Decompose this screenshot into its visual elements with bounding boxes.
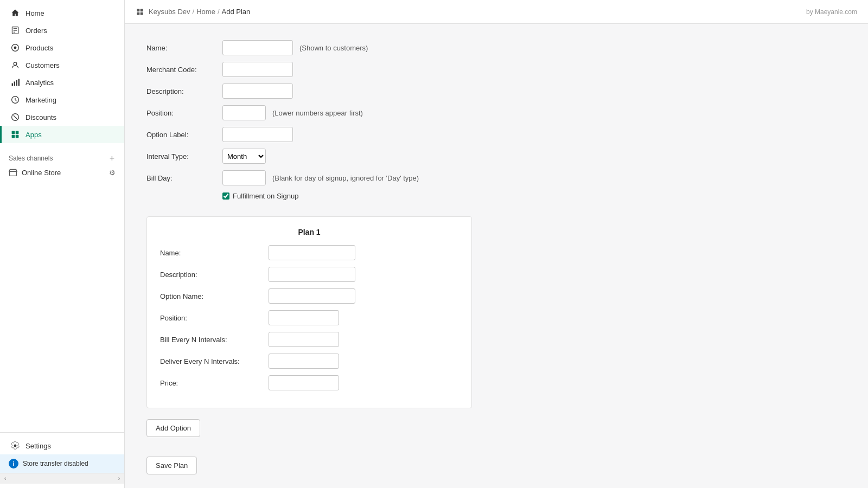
plan1-option-name-row: Option Name:	[160, 288, 458, 304]
scroll-right-button[interactable]: ›	[118, 476, 120, 481]
description-label: Description:	[146, 87, 222, 95]
plan1-price-input[interactable]	[269, 375, 339, 390]
sidebar-item-orders[interactable]: Orders	[0, 22, 124, 39]
sidebar: Home Orders Products Customers	[0, 0, 125, 488]
breadcrumb-current: Add Plan	[222, 8, 251, 16]
svg-rect-8	[14, 81, 15, 86]
content-area: Name: (Shown to customers) Merchant Code…	[125, 24, 868, 488]
home-icon	[10, 8, 20, 18]
bill-day-input[interactable]	[222, 170, 266, 185]
apps-icon	[10, 130, 20, 139]
svg-rect-21	[141, 9, 143, 11]
fulfillment-checkbox[interactable]	[222, 192, 229, 200]
by-text: by Maeyanie.com	[806, 8, 857, 16]
plan1-deliver-every-input[interactable]	[269, 354, 339, 369]
sidebar-item-settings[interactable]: Settings	[0, 437, 124, 454]
sidebar-item-products[interactable]: Products	[0, 39, 124, 56]
marketing-icon	[10, 95, 20, 105]
svg-point-14	[16, 118, 17, 119]
save-plan-button[interactable]: Save Plan	[146, 457, 197, 474]
svg-rect-16	[16, 131, 19, 134]
svg-rect-15	[12, 131, 15, 134]
description-input[interactable]	[222, 84, 293, 99]
position-hint: (Lower numbers appear first)	[272, 109, 363, 117]
plan1-name-input[interactable]	[269, 245, 355, 260]
plan1-bill-every-row: Bill Every N Intervals:	[160, 332, 458, 347]
plan1-option-name-input[interactable]	[269, 288, 355, 304]
svg-rect-20	[137, 9, 139, 11]
plan1-description-input[interactable]	[269, 267, 355, 282]
svg-rect-23	[141, 12, 143, 15]
add-sales-channel-button[interactable]: +	[108, 154, 116, 163]
sidebar-label-orders: Orders	[25, 27, 47, 35]
svg-point-5	[14, 47, 17, 49]
sidebar-item-customers[interactable]: Customers	[0, 56, 124, 74]
position-label: Position:	[146, 109, 222, 117]
discounts-icon	[10, 112, 20, 122]
plan1-price-label: Price:	[160, 379, 269, 387]
plan1-position-input[interactable]	[269, 310, 339, 325]
name-input[interactable]	[222, 40, 293, 55]
name-row: Name: (Shown to customers)	[146, 40, 846, 55]
customers-icon	[10, 60, 20, 70]
option-label-input[interactable]	[222, 127, 293, 142]
plan1-bill-every-label: Bill Every N Intervals:	[160, 336, 269, 344]
svg-rect-7	[12, 84, 13, 86]
analytics-icon	[10, 78, 20, 87]
plan1-bill-every-input[interactable]	[269, 332, 339, 347]
store-transfer-banner: i Store transfer disabled	[0, 454, 124, 473]
plan1-deliver-every-label: Deliver Every N Intervals:	[160, 357, 269, 365]
svg-rect-17	[12, 135, 15, 138]
sidebar-item-home[interactable]: Home	[0, 4, 124, 22]
plan1-name-row: Name:	[160, 245, 458, 260]
sidebar-item-analytics[interactable]: Analytics	[0, 74, 124, 91]
products-icon	[10, 43, 20, 53]
plan1-option-name-label: Option Name:	[160, 292, 269, 300]
sidebar-item-apps[interactable]: Apps	[0, 126, 124, 143]
name-hint: (Shown to customers)	[299, 44, 368, 52]
breadcrumb-sep2: /	[218, 8, 220, 16]
store-icon	[9, 168, 17, 177]
breadcrumb-apps-icon	[136, 8, 144, 16]
orders-icon	[10, 25, 20, 35]
breadcrumb-sep1: /	[193, 8, 195, 16]
info-icon: i	[9, 459, 18, 468]
bill-day-row: Bill Day: (Blank for day of signup, igno…	[146, 170, 846, 185]
sidebar-label-discounts: Discounts	[25, 113, 56, 121]
plan1-description-row: Description:	[160, 267, 458, 282]
online-store-channel[interactable]: Online Store ⚙	[0, 165, 124, 180]
svg-point-6	[14, 62, 17, 66]
interval-type-select[interactable]: Day Week Month Year	[222, 149, 266, 164]
plan1-price-row: Price:	[160, 375, 458, 390]
description-row: Description:	[146, 84, 846, 99]
bill-day-label: Bill Day:	[146, 174, 222, 182]
sidebar-label-analytics: Analytics	[25, 79, 54, 87]
sidebar-label-marketing: Marketing	[25, 96, 56, 104]
sidebar-item-marketing[interactable]: Marketing	[0, 91, 124, 108]
interval-type-label: Interval Type:	[146, 152, 222, 160]
settings-icon-small[interactable]: ⚙	[109, 169, 116, 177]
sidebar-label-customers: Customers	[25, 61, 60, 69]
sidebar-scroll: Home Orders Products Customers	[0, 0, 124, 432]
position-row: Position: (Lower numbers appear first)	[146, 105, 846, 120]
sidebar-nav: Home Orders Products Customers	[0, 0, 124, 147]
add-option-button[interactable]: Add Option	[146, 419, 200, 437]
merchant-code-row: Merchant Code:	[146, 62, 846, 77]
plan1-position-label: Position:	[160, 314, 269, 322]
merchant-code-input[interactable]	[222, 62, 293, 77]
position-input[interactable]	[222, 105, 266, 120]
svg-point-13	[14, 115, 15, 117]
sidebar-item-discounts[interactable]: Discounts	[0, 108, 124, 126]
plan1-position-row: Position:	[160, 310, 458, 325]
plan1-description-label: Description:	[160, 271, 269, 279]
merchant-code-label: Merchant Code:	[146, 66, 222, 74]
svg-rect-9	[16, 80, 17, 86]
settings-icon	[10, 441, 20, 451]
sidebar-label-products: Products	[25, 44, 53, 52]
sales-channels-header: Sales channels +	[0, 147, 124, 165]
plan1-title: Plan 1	[160, 228, 458, 236]
fulfillment-label[interactable]: Fulfillment on Signup	[233, 192, 298, 200]
scroll-left-button[interactable]: ‹	[4, 476, 6, 481]
breadcrumb: Keysubs Dev / Home / Add Plan	[136, 8, 250, 16]
svg-rect-10	[18, 79, 20, 86]
